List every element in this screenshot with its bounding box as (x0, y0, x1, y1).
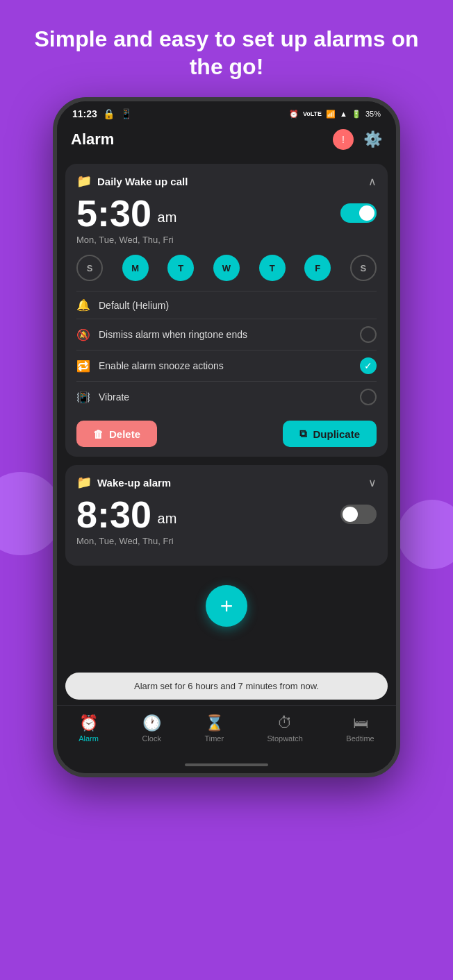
app-bar-icons: ! ⚙️ (333, 129, 382, 150)
day-circle-sun1[interactable]: S (76, 255, 103, 281)
day-circle-sat1[interactable]: S (350, 255, 377, 281)
timer-nav-label: Timer (204, 734, 224, 743)
stopwatch-nav-label: Stopwatch (267, 734, 303, 743)
scroll-area: 📁 Daily Wake up call ∧ 5:30 am Mon, Tue,… (57, 158, 396, 670)
nav-item-alarm[interactable]: ⏰ Alarm (70, 711, 107, 745)
copy-icon: ⧉ (299, 428, 307, 440)
alarm-2-label-row: 📁 Wake-up alarm (76, 475, 171, 490)
status-lock-icon: 🔒 (103, 108, 115, 119)
settings-icon[interactable]: ⚙️ (363, 130, 382, 149)
day-circle-tue1[interactable]: T (167, 255, 194, 281)
delete-button[interactable]: 🗑 Delete (76, 421, 157, 447)
alarm-2-chevron-down[interactable]: ∨ (368, 476, 377, 489)
battery-percent: 35% (365, 110, 381, 118)
wifi-icon: 📶 (326, 110, 336, 119)
alarm-nav-label: Alarm (79, 734, 99, 743)
alert-icon[interactable]: ! (333, 129, 354, 150)
timer-nav-icon: ⌛ (205, 714, 224, 732)
hero-title: Simple and easy to set up alarms on the … (0, 0, 453, 97)
alarm-1-folder-icon: 📁 (76, 174, 92, 189)
snooze-toggle[interactable]: ✓ (360, 357, 377, 374)
bedtime-nav-icon: 🛏 (353, 714, 368, 732)
alarm-status-icon: ⏰ (289, 110, 299, 119)
bedtime-nav-label: Bedtime (346, 734, 374, 743)
add-alarm-button[interactable]: + (206, 585, 247, 627)
alarm-1-action-buttons: 🗑 Delete ⧉ Duplicate (76, 421, 377, 447)
dismiss-row-left: 🔕 Dismiss alarm when ringtone ends (76, 328, 247, 341)
alarm-2-label: Wake-up alarm (97, 477, 171, 489)
snooze-icon: 🔁 (76, 360, 90, 373)
alarm-2-time-row: 8:30 am (76, 496, 377, 533)
vibrate-toggle[interactable] (360, 389, 377, 405)
lte-icon: VoLTE (303, 110, 322, 117)
alarm-nav-icon: ⏰ (79, 714, 98, 732)
day-circle-mon1[interactable]: M (122, 255, 149, 281)
plus-icon: + (220, 593, 233, 619)
alarm-card-2-header: 📁 Wake-up alarm ∨ (76, 475, 377, 490)
status-phone-icon: 📱 (120, 108, 132, 119)
ringtone-row[interactable]: 🔔 Default (Helium) (76, 291, 377, 319)
stopwatch-nav-icon: ⏱ (277, 714, 293, 732)
alarm-2-time-display[interactable]: 8:30 am (76, 496, 176, 533)
alarm-1-label-row: 📁 Daily Wake up call (76, 174, 188, 189)
vibrate-label: Vibrate (99, 391, 129, 403)
alarm-2-days-text: Mon, Tue, Wed, Thu, Fri (76, 536, 377, 546)
dismiss-icon: 🔕 (76, 328, 90, 341)
duplicate-button[interactable]: ⧉ Duplicate (283, 421, 377, 447)
home-indicator (57, 759, 396, 773)
alarm-1-time-display[interactable]: 5:30 am (76, 194, 176, 232)
day-circle-thu1[interactable]: T (259, 255, 286, 281)
alarm-card-1: 📁 Daily Wake up call ∧ 5:30 am Mon, Tue,… (65, 164, 388, 457)
trash-icon: 🗑 (93, 428, 104, 440)
alarm-2-time: 8:30 (76, 493, 151, 535)
alarm-2-toggle[interactable] (340, 505, 377, 524)
snooze-row: 🔁 Enable alarm snooze actions ✓ (76, 350, 377, 381)
hero-section: Simple and easy to set up alarms on the … (0, 0, 453, 97)
day-circle-fri1[interactable]: F (304, 255, 331, 281)
battery-icon: 🔋 (352, 110, 361, 119)
phone-shell: 11:23 🔒 📱 ⏰ VoLTE 📶 ▲ 🔋 35% Alarm ! ⚙️ 📁 (53, 97, 400, 777)
app-title: Alarm (71, 130, 114, 149)
dismiss-label: Dismiss alarm when ringtone ends (99, 329, 247, 340)
alarm-1-days-text: Mon, Tue, Wed, Thu, Fri (76, 235, 377, 245)
ringtone-row-left: 🔔 Default (Helium) (76, 298, 169, 312)
ringtone-label: Default (Helium) (99, 300, 169, 311)
clock-nav-icon: 🕐 (142, 714, 161, 732)
home-bar (185, 763, 268, 766)
signal-icon: ▲ (340, 110, 347, 118)
alarm-2-period: am (158, 511, 177, 526)
fab-area: + (65, 574, 388, 632)
alarm-1-chevron-up[interactable]: ∧ (368, 175, 377, 188)
vibrate-row-left: 📳 Vibrate (76, 391, 129, 404)
alarm-card-2: 📁 Wake-up alarm ∨ 8:30 am Mon, Tue, Wed,… (65, 465, 388, 566)
alarm-1-period: am (158, 210, 177, 225)
duplicate-label: Duplicate (313, 428, 360, 440)
nav-item-clock[interactable]: 🕐 Clock (133, 711, 170, 745)
bell-icon: 🔔 (76, 298, 90, 312)
alarm-1-time-row: 5:30 am (76, 194, 377, 232)
alarm-2-folder-icon: 📁 (76, 475, 92, 490)
alarm-1-day-circles: S M T W T F S (76, 255, 377, 281)
alarm-1-toggle[interactable] (340, 203, 377, 223)
snooze-label: Enable alarm snooze actions (99, 360, 224, 371)
nav-item-stopwatch[interactable]: ⏱ Stopwatch (259, 711, 311, 745)
day-circle-wed1[interactable]: W (213, 255, 240, 281)
notification-banner: Alarm set for 6 hours and 7 minutes from… (65, 673, 388, 700)
dismiss-row: 🔕 Dismiss alarm when ringtone ends (76, 319, 377, 350)
nav-item-bedtime[interactable]: 🛏 Bedtime (338, 711, 382, 745)
vibrate-row: 📳 Vibrate (76, 381, 377, 412)
clock-nav-label: Clock (142, 734, 161, 743)
snooze-row-left: 🔁 Enable alarm snooze actions (76, 360, 224, 373)
app-bar: Alarm ! ⚙️ (57, 124, 396, 158)
notification-text: Alarm set for 6 hours and 7 minutes from… (134, 681, 319, 691)
nav-item-timer[interactable]: ⌛ Timer (196, 711, 232, 745)
vibrate-icon: 📳 (76, 391, 90, 404)
alarm-1-label: Daily Wake up call (97, 176, 188, 187)
status-time: 11:23 (72, 108, 97, 119)
bottom-nav: ⏰ Alarm 🕐 Clock ⌛ Timer ⏱ Stopwatch 🛏 Be… (57, 705, 396, 759)
alarm-1-time: 5:30 (76, 192, 151, 234)
alarm-card-1-header: 📁 Daily Wake up call ∧ (76, 174, 377, 189)
delete-label: Delete (109, 428, 140, 440)
dismiss-toggle[interactable] (360, 326, 377, 343)
status-bar: 11:23 🔒 📱 ⏰ VoLTE 📶 ▲ 🔋 35% (57, 101, 396, 124)
